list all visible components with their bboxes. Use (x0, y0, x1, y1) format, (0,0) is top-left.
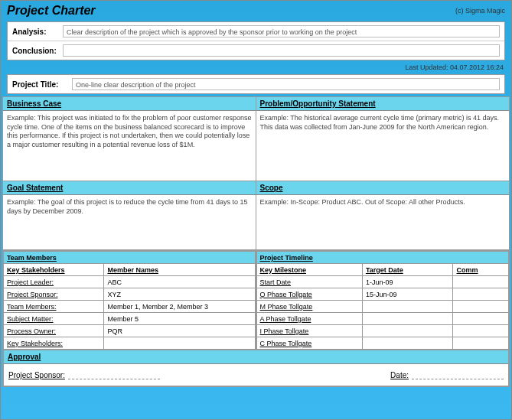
problem-body[interactable]: Example: The historical average current … (256, 111, 510, 181)
table-row: Project Sponsor:XYZ (4, 288, 256, 301)
team-role: Project Leader: (4, 276, 104, 288)
project-charter-form: Project Charter (c) Sigma Magic Analysis… (0, 0, 512, 420)
problem-cell: Problem/Opportunity Statement Example: T… (256, 97, 510, 181)
table-row: Q Phase Tollgate15-Jun-09 (256, 288, 509, 301)
timeline-col2: Target Date (362, 264, 453, 276)
table-row: M Phase Tollgate (256, 301, 509, 313)
table-row: A Phase Tollgate (256, 313, 509, 325)
table-row: Team Members:Member 1, Member 2, Member … (4, 301, 256, 313)
conclusion-input[interactable] (63, 44, 500, 57)
timeline-col1: Key Milestone (256, 264, 362, 276)
target-date[interactable] (362, 325, 453, 337)
target-date[interactable]: 15-Jun-09 (362, 288, 453, 301)
table-row: Subject Matter:Member 5 (4, 313, 256, 325)
comment[interactable] (453, 337, 509, 350)
analysis-label: Analysis: (12, 28, 58, 36)
copyright-text: (c) Sigma Magic (455, 7, 505, 15)
team-col2: Member Names (104, 264, 255, 276)
comment[interactable] (453, 288, 509, 301)
milestone: Start Date (256, 276, 362, 288)
table-row: Key Stakeholders: (4, 337, 256, 350)
analysis-section: Analysis: Clear description of the proje… (7, 21, 505, 60)
team-role: Key Stakeholders: (4, 337, 104, 350)
milestone: A Phase Tollgate (256, 313, 362, 325)
sponsor-label: Project Sponsor: (8, 371, 65, 379)
table-row: C Phase Tollgate (256, 337, 509, 350)
team-role: Process Owner: (4, 325, 104, 337)
page-title: Project Charter (7, 4, 96, 18)
comment[interactable] (453, 276, 509, 288)
team-role: Project Sponsor: (4, 288, 104, 301)
business-case-cell: Business Case Example: This project was … (3, 97, 256, 181)
business-case-body[interactable]: Example: This project was initiated to f… (3, 111, 256, 181)
team-names[interactable]: PQR (104, 325, 255, 337)
scope-header: Scope (256, 181, 510, 195)
team-col1: Key Stakeholders (4, 264, 104, 276)
date-label: Date: (390, 371, 409, 379)
date-signature: Date: (390, 370, 504, 379)
conclusion-label: Conclusion: (12, 47, 58, 55)
team-names[interactable] (104, 337, 255, 350)
comment[interactable] (453, 325, 509, 337)
scope-body[interactable]: Example: In-Scope: Product ABC. Out of S… (256, 195, 510, 249)
target-date[interactable] (362, 337, 453, 350)
last-updated-text: Last Updated: 04.07.2012 16:24 (2, 63, 510, 72)
table-row: Start Date1-Jun-09 (256, 276, 509, 288)
goal-cell: Goal Statement Example: The goal of this… (3, 181, 256, 250)
analysis-input[interactable]: Clear description of the project which i… (63, 25, 500, 37)
target-date[interactable]: 1-Jun-09 (362, 276, 453, 288)
goal-body[interactable]: Example: The goal of this project is to … (3, 195, 256, 249)
comment[interactable] (453, 301, 509, 313)
approval-section: Approval Project Sponsor: Date: (3, 350, 509, 386)
table-row: Project Leader:ABC (4, 276, 256, 288)
target-date[interactable] (362, 301, 453, 313)
team-members-table: Team Members Key Stakeholders Member Nam… (3, 251, 256, 350)
table-row: Process Owner:PQR (4, 325, 256, 337)
milestone: Q Phase Tollgate (256, 288, 362, 301)
team-names[interactable]: Member 5 (104, 313, 255, 325)
team-header: Team Members (4, 252, 256, 264)
team-role: Team Members: (4, 301, 104, 313)
target-date[interactable] (362, 313, 453, 325)
problem-header: Problem/Opportunity Statement (256, 97, 510, 111)
bottom-tables: Team Members Key Stakeholders Member Nam… (3, 251, 509, 350)
comment[interactable] (453, 313, 509, 325)
quadrant-grid: Business Case Example: This project was … (3, 97, 509, 251)
project-title-label: Project Title: (12, 80, 67, 89)
timeline-col3: Comm (453, 264, 509, 276)
milestone: I Phase Tollgate (256, 325, 362, 337)
sponsor-signature: Project Sponsor: (8, 370, 160, 379)
approval-header: Approval (4, 350, 508, 364)
sponsor-signature-line[interactable] (68, 370, 160, 379)
timeline-table: Project Timeline Key Milestone Target Da… (256, 251, 510, 350)
business-case-header: Business Case (3, 97, 256, 111)
milestone: M Phase Tollgate (256, 301, 362, 313)
timeline-header: Project Timeline (256, 252, 509, 264)
scope-cell: Scope Example: In-Scope: Product ABC. Ou… (256, 181, 510, 250)
title-bar: Project Charter (c) Sigma Magic (2, 2, 510, 19)
team-names[interactable]: ABC (104, 276, 255, 288)
table-row: I Phase Tollgate (256, 325, 509, 337)
date-signature-line[interactable] (412, 370, 504, 379)
project-title-section: Project Title: One-line clear descriptio… (7, 74, 505, 94)
milestone: C Phase Tollgate (256, 337, 362, 350)
project-title-input[interactable]: One-line clear description of the projec… (72, 78, 500, 90)
content-area: Business Case Example: This project was … (2, 96, 510, 387)
team-names[interactable]: XYZ (104, 288, 255, 301)
goal-header: Goal Statement (3, 181, 256, 195)
team-names[interactable]: Member 1, Member 2, Member 3 (104, 301, 255, 313)
team-role: Subject Matter: (4, 313, 104, 325)
